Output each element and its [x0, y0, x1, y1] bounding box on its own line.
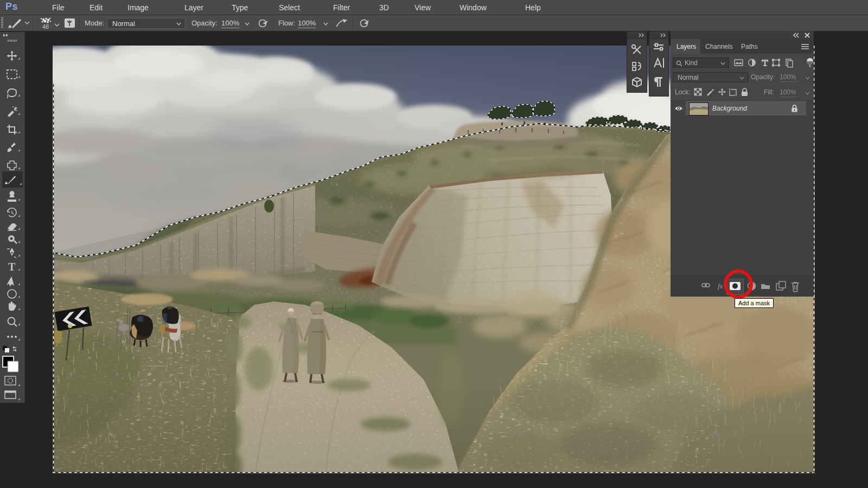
- svg-text:48: 48: [42, 23, 49, 30]
- svg-text:fx: fx: [718, 282, 723, 290]
- svg-text:T: T: [8, 261, 16, 273]
